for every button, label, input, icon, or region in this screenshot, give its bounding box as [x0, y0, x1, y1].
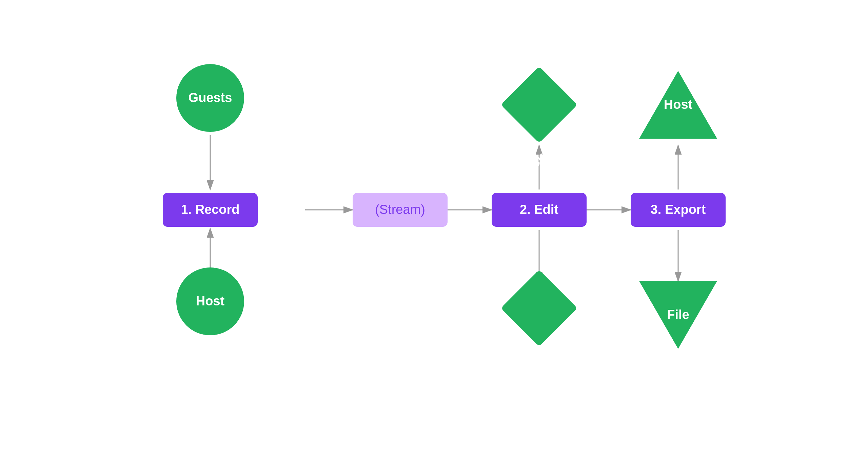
cut-label: Cut [526, 146, 552, 172]
host-triangle-label: Host [664, 97, 692, 112]
host-circle-node[interactable]: Host [176, 267, 244, 335]
guests-node[interactable]: Guests [176, 64, 244, 132]
stream-node[interactable]: (Stream) [353, 193, 448, 227]
record-node[interactable]: 1. Record [163, 193, 258, 227]
diagram: Guests Host 1. Record (Stream) 2. Edit 3… [61, 44, 807, 417]
add-label: Add [525, 348, 553, 376]
add-node[interactable]: Add [512, 281, 566, 335]
stream-label: (Stream) [375, 202, 425, 217]
host-triangle-node[interactable]: Host [639, 71, 717, 139]
export-label: 3. Export [651, 202, 706, 217]
export-node[interactable]: 3. Export [631, 193, 726, 227]
edit-node[interactable]: 2. Edit [492, 193, 587, 227]
file-label: File [667, 307, 689, 322]
cut-node[interactable]: Cut [512, 78, 566, 132]
guests-label: Guests [189, 91, 232, 105]
host-circle-label: Host [196, 294, 224, 308]
record-label: 1. Record [181, 202, 239, 217]
file-node[interactable]: File [639, 281, 717, 349]
edit-label: 2. Edit [520, 202, 558, 217]
